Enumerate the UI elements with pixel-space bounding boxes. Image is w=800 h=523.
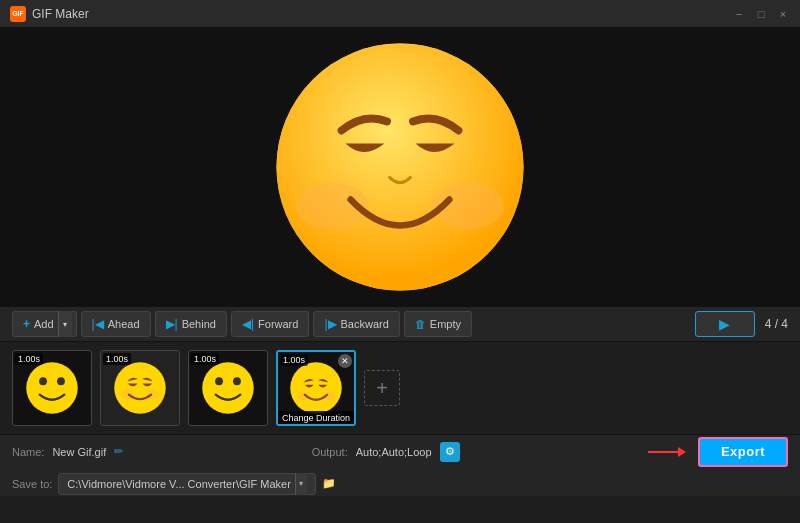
behind-button[interactable]: ▶| Behind xyxy=(155,311,227,337)
add-button[interactable]: + Add ▾ xyxy=(12,311,77,337)
name-value: New Gif.gif xyxy=(52,446,106,458)
output-label: Output: xyxy=(312,446,348,458)
titlebar-controls: − □ × xyxy=(732,7,790,21)
svg-point-6 xyxy=(57,377,65,385)
save-path-dropdown[interactable]: ▾ xyxy=(295,473,307,495)
output-value: Auto;Auto;Loop xyxy=(356,446,432,458)
titlebar: GIF GIF Maker − □ × xyxy=(0,0,800,28)
svg-point-7 xyxy=(114,362,166,414)
browse-folder-icon[interactable]: 📁 xyxy=(322,477,336,490)
svg-point-11 xyxy=(215,377,223,385)
play-button[interactable]: ▶ xyxy=(695,311,755,337)
forward-button[interactable]: ◀| Forward xyxy=(231,311,309,337)
maximize-button[interactable]: □ xyxy=(754,7,768,21)
frame-4-close[interactable]: ✕ xyxy=(338,354,352,368)
backward-button[interactable]: |▶ Backward xyxy=(313,311,399,337)
svg-point-1 xyxy=(277,44,524,291)
export-arrow xyxy=(648,447,686,457)
empty-button[interactable]: 🗑 Empty xyxy=(404,311,472,337)
timeline-frame-3[interactable]: 1.00s xyxy=(188,350,268,426)
svg-point-13 xyxy=(290,362,342,414)
preview-area xyxy=(0,28,800,306)
bottom-bar: Name: New Gif.gif ✏ Output: Auto;Auto;Lo… xyxy=(0,434,800,496)
name-output-row: Name: New Gif.gif ✏ Output: Auto;Auto;Lo… xyxy=(12,437,788,467)
save-row: Save to: C:\Vidmore\Vidmore V... Convert… xyxy=(12,473,788,495)
change-duration-tooltip[interactable]: Change Duration xyxy=(278,411,354,425)
svg-point-5 xyxy=(39,377,47,385)
app-title: GIF Maker xyxy=(32,7,89,21)
app-icon: GIF xyxy=(10,6,26,22)
titlebar-left: GIF GIF Maker xyxy=(10,6,89,22)
output-settings-button[interactable]: ⚙ xyxy=(440,442,460,462)
frame-3-duration: 1.00s xyxy=(191,353,219,365)
toolbar: + Add ▾ |◀ Ahead ▶| Behind ◀| Forward |▶… xyxy=(0,306,800,342)
svg-point-4 xyxy=(26,362,78,414)
svg-point-10 xyxy=(202,362,254,414)
add-frame-button[interactable]: + xyxy=(364,370,400,406)
export-button[interactable]: Export xyxy=(698,437,788,467)
svg-point-12 xyxy=(233,377,241,385)
save-path-display[interactable]: C:\Vidmore\Vidmore V... Converter\GIF Ma… xyxy=(58,473,316,495)
save-label: Save to: xyxy=(12,478,52,490)
edit-name-icon[interactable]: ✏ xyxy=(114,445,123,458)
save-path-text: C:\Vidmore\Vidmore V... Converter\GIF Ma… xyxy=(67,478,291,490)
timeline: 1.00s 1.00s 1.00 xyxy=(0,342,800,434)
svg-point-15 xyxy=(322,391,335,400)
frame-4-duration: 1.00s xyxy=(280,354,308,366)
svg-point-14 xyxy=(297,391,310,400)
add-dropdown-arrow[interactable]: ▾ xyxy=(58,311,72,337)
ahead-button[interactable]: |◀ Ahead xyxy=(81,311,151,337)
timeline-frame-1[interactable]: 1.00s xyxy=(12,350,92,426)
frame-counter: 4 / 4 xyxy=(765,317,788,331)
name-label: Name: xyxy=(12,446,44,458)
timeline-frame-4[interactable]: 1.00s ✕ Change Duration xyxy=(276,350,356,426)
minimize-button[interactable]: − xyxy=(732,7,746,21)
frame-2-duration: 1.00s xyxy=(103,353,131,365)
timeline-frame-2[interactable]: 1.00s xyxy=(100,350,180,426)
frame-1-duration: 1.00s xyxy=(15,353,43,365)
preview-emoji xyxy=(270,37,530,297)
close-button[interactable]: × xyxy=(776,7,790,21)
